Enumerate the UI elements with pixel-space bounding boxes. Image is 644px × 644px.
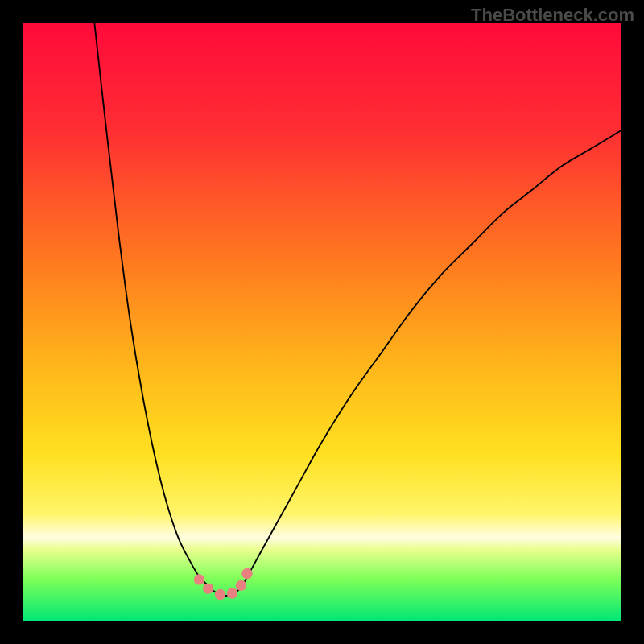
marker-point [236,580,246,591]
chart-area [23,23,621,621]
marker-point [203,583,213,593]
marker-point [242,568,252,579]
marker-point [227,588,237,598]
curve-markers [194,568,253,600]
watermark-text: TheBottleneck.com [471,5,634,26]
marker-point [215,589,225,600]
curve-svg [23,23,621,621]
marker-point [194,574,204,584]
bottleneck-curve [94,23,621,596]
